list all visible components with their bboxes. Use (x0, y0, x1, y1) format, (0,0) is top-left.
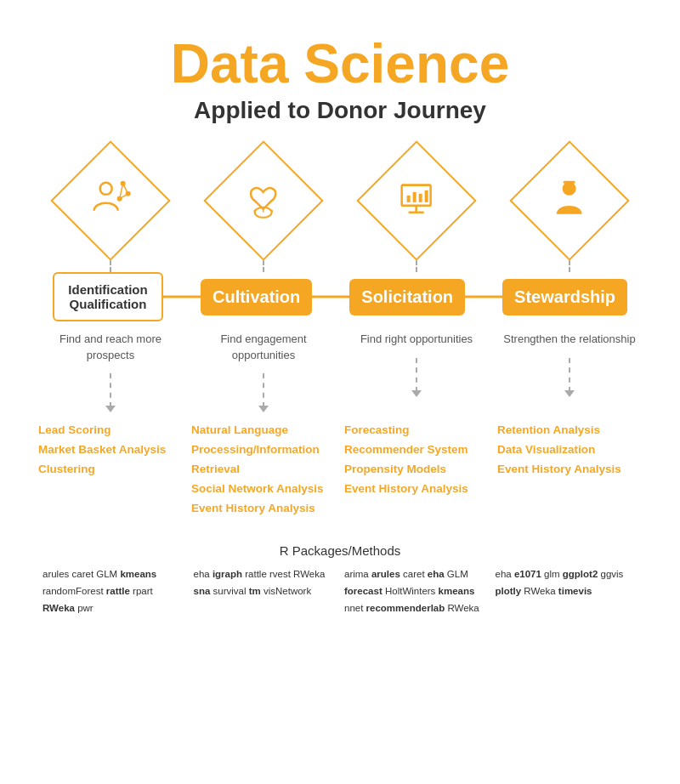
solicitation-icon (394, 175, 439, 227)
arrow-head-solic (411, 390, 422, 397)
methods-row: Lead Scoring Market Basket Analysis Clus… (26, 421, 654, 519)
arrow-head-cult (258, 406, 269, 412)
r-pkg-stewardship: eha e1071 glm ggplot2 ggvis plotly RWeka… (496, 566, 638, 616)
label-solicitation: Solicitation (349, 279, 465, 315)
method-propensity: Propensity Models (344, 460, 489, 480)
arrow-line-cult (263, 373, 264, 407)
stewardship-diamond (509, 141, 629, 261)
method-lead-scoring: Lead Scoring (38, 421, 183, 440)
stewardship-icon-wrap (527, 158, 612, 272)
label-stewardship: Stewardship (502, 279, 627, 315)
cultivation-icon (241, 175, 286, 227)
method-eha-cult: Event History Analysis (191, 499, 336, 519)
methods-solicitation: Forecasting Recommender System Propensit… (344, 421, 489, 519)
identification-diamond (50, 141, 170, 261)
method-retrieval: Retrieval (191, 460, 336, 480)
desc-identification: Find and reach more prospects (38, 332, 183, 412)
svg-line-4 (123, 184, 128, 194)
arrow-line-solic (416, 358, 417, 392)
cultivation-icon-wrap (221, 158, 306, 272)
labels-row: Identification Qualification Cultivation… (26, 272, 654, 321)
desc-cultivation: Find engagement opportunities (191, 332, 336, 412)
r-pkg-identification: arules caret GLM kmeans randomForest rat… (42, 566, 185, 616)
desc-row: Find and reach more prospects Find engag… (26, 332, 654, 412)
svg-rect-16 (425, 190, 428, 202)
arrow-head-id (105, 406, 116, 412)
r-pkg-solicitation: arima arules caret eha GLM forecast Holt… (344, 566, 487, 616)
method-market-basket: Market Basket Analysis (38, 440, 183, 460)
svg-point-0 (100, 183, 112, 195)
solicitation-diamond (356, 141, 476, 261)
method-nlp: Natural Language (191, 421, 336, 440)
methods-stewardship: Retention Analysis Data Visualization Ev… (497, 421, 642, 519)
method-retention: Retention Analysis (497, 421, 642, 440)
arrow-line-stew (569, 358, 570, 392)
label-cultivation: Cultivation (201, 279, 312, 315)
svg-rect-14 (413, 192, 416, 202)
arrow-line-id (110, 373, 111, 407)
method-eha-stew: Event History Analysis (497, 460, 642, 480)
r-packages-section: R Packages/Methods arules caret GLM kmea… (26, 543, 654, 616)
svg-point-17 (563, 182, 576, 196)
method-dataviz: Data Visualization (497, 440, 642, 460)
svg-rect-18 (564, 181, 575, 184)
solicitation-icon-wrap (374, 158, 459, 272)
method-nlp-info: Processing/Information (191, 440, 336, 460)
desc-solicitation: Find right opportunities (344, 332, 489, 412)
label-identification: Identification Qualification (53, 272, 163, 321)
method-recommender: Recommender System (344, 440, 489, 460)
method-clustering: Clustering (38, 460, 183, 480)
sub-title: Applied to Donor Journey (26, 97, 654, 124)
svg-rect-13 (407, 196, 411, 202)
arrow-head-stew (564, 390, 575, 397)
page: Data Science Applied to Donor Journey (0, 0, 680, 642)
identification-icon (88, 175, 133, 227)
method-eha-solic: Event History Analysis (344, 480, 489, 499)
methods-identification: Lead Scoring Market Basket Analysis Clus… (38, 421, 183, 519)
r-pkg-cultivation: eha igraph rattle rvest RWeka sna surviv… (194, 566, 337, 616)
desc-stewardship: Strengthen the relationship (497, 332, 642, 412)
r-packages-title: R Packages/Methods (42, 543, 638, 558)
identification-icon-wrap (68, 158, 153, 272)
main-title: Data Science (26, 34, 654, 94)
cultivation-diamond (203, 141, 323, 261)
r-packages-row: arules caret GLM kmeans randomForest rat… (42, 566, 638, 616)
stewardship-icon (547, 175, 592, 227)
method-forecasting: Forecasting (344, 421, 489, 440)
icons-row (26, 158, 654, 272)
method-sna-cult: Social Network Analysis (191, 480, 336, 499)
svg-rect-15 (419, 194, 422, 202)
methods-cultivation: Natural Language Processing/Information … (191, 421, 336, 519)
title-section: Data Science Applied to Donor Journey (26, 17, 654, 133)
